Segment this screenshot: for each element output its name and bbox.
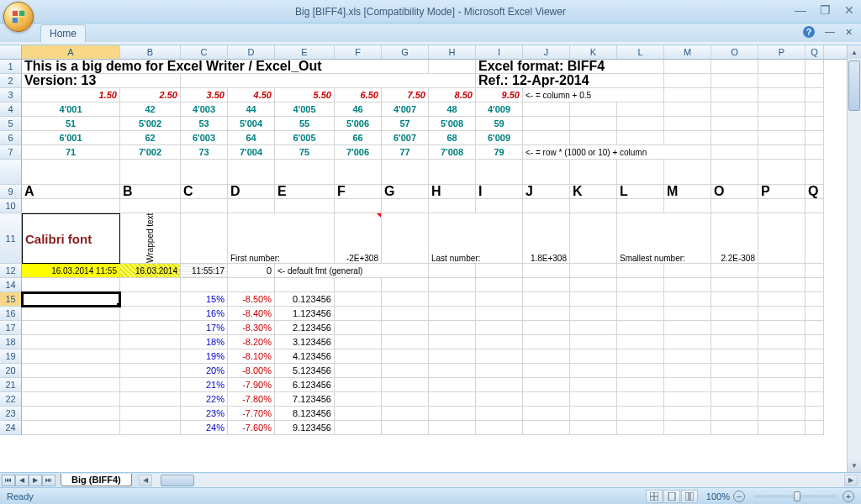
cell[interactable] [758,364,806,378]
cell[interactable] [711,88,758,102]
cell[interactable]: F [335,185,382,199]
normal-view-button[interactable] [646,490,663,503]
cell[interactable] [570,160,617,185]
cell[interactable] [758,145,806,160]
page-layout-view-button[interactable] [663,490,680,503]
cell-time[interactable]: 11:55:17 [181,264,228,278]
cell[interactable] [429,349,476,364]
cell[interactable]: -7.80% [228,392,275,407]
cell[interactable] [711,292,758,307]
cell[interactable] [476,392,523,407]
cell[interactable] [429,321,476,335]
cell[interactable] [476,307,523,321]
cell[interactable]: 21% [181,378,228,392]
cell[interactable] [711,335,758,349]
cell[interactable]: G [382,185,429,199]
cell[interactable] [523,378,570,392]
cell[interactable] [429,60,476,74]
cell[interactable] [806,117,824,131]
office-button[interactable] [3,2,34,32]
cell[interactable] [476,292,523,307]
row-header-4[interactable]: 4 [0,102,22,117]
cell-title[interactable]: This is a big demo for Excel Writer / Ex… [22,60,429,74]
cell[interactable] [806,349,824,364]
cell[interactable] [382,160,429,185]
row-header-24[interactable]: 24 [0,421,22,435]
cell[interactable] [429,264,476,278]
cell[interactable] [382,378,429,392]
cell[interactable] [806,321,824,335]
cell[interactable] [523,321,570,335]
row-header-6[interactable]: 6 [0,131,22,145]
cell[interactable]: 71 [22,145,120,160]
row-header-7[interactable]: 7 [0,145,22,160]
cell[interactable] [664,264,711,278]
cell[interactable] [523,307,570,321]
cell[interactable]: 51 [22,117,120,131]
cell[interactable] [382,392,429,407]
cell[interactable]: 9.50 [476,88,523,102]
cell[interactable] [335,307,382,321]
cell[interactable]: 7'006 [335,145,382,160]
ribbon-close-button[interactable]: ✕ [845,27,853,38]
cell[interactable] [664,292,711,307]
cell[interactable]: 4.123456 [275,349,335,364]
cell[interactable]: 64 [228,131,275,145]
cell[interactable] [758,88,806,102]
cell[interactable]: H [429,185,476,199]
cell[interactable] [806,392,824,407]
cell[interactable] [570,321,617,335]
cell[interactable] [758,278,806,292]
row-header-2[interactable]: 2 [0,74,22,88]
cell[interactable]: 4'007 [382,102,429,117]
cell[interactable] [120,199,181,213]
cell[interactable]: -8.00% [228,364,275,378]
cell[interactable] [382,407,429,421]
cell[interactable] [382,199,429,213]
cell[interactable] [570,131,617,145]
cell[interactable]: -8.50% [228,292,275,307]
cell[interactable] [570,117,617,131]
cell[interactable] [664,364,711,378]
hscroll-thumb[interactable] [161,475,194,486]
cell[interactable] [758,307,806,321]
cell[interactable] [570,102,617,117]
cell[interactable] [664,335,711,349]
cell[interactable]: E [275,185,335,199]
cell[interactable] [758,421,806,435]
cell[interactable] [758,335,806,349]
cell[interactable]: 18% [181,335,228,349]
cell[interactable] [120,392,181,407]
cell[interactable] [711,74,758,88]
cell[interactable] [711,278,758,292]
row-header-14[interactable]: 14 [0,278,22,292]
cell[interactable] [22,307,120,321]
cell-calibri[interactable]: Calibri font [22,213,120,264]
cell[interactable] [523,349,570,364]
cell[interactable] [570,307,617,321]
cell[interactable]: 5.123456 [275,364,335,378]
row-header-22[interactable]: 22 [0,392,22,407]
cell[interactable] [429,278,476,292]
cell[interactable]: D [228,185,275,199]
cell[interactable]: M [664,185,711,199]
row-header-11[interactable]: 11 [0,213,22,264]
cell[interactable] [617,160,664,185]
cell[interactable]: 6'009 [476,131,523,145]
cell[interactable]: 4'003 [181,102,228,117]
cell[interactable]: 8.50 [429,88,476,102]
cell[interactable] [476,278,523,292]
cell[interactable]: 5'004 [228,117,275,131]
zoom-slider-knob[interactable] [794,491,800,501]
cell[interactable] [523,264,570,278]
cell[interactable] [806,160,824,185]
col-header-M[interactable]: M [664,45,711,59]
cell[interactable]: 4.50 [228,88,275,102]
cell[interactable] [758,407,806,421]
cell[interactable] [275,199,335,213]
cell[interactable]: 68 [429,131,476,145]
cell[interactable]: 44 [228,102,275,117]
cell[interactable] [758,292,806,307]
cell[interactable]: 19% [181,349,228,364]
cell[interactable] [570,199,617,213]
